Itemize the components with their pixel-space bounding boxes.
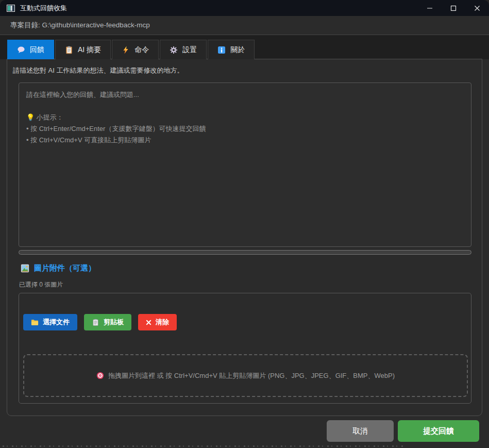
tab-about[interactable]: 關於 — [208, 40, 255, 59]
clear-label: 清除 — [156, 318, 169, 327]
clipboard-button[interactable]: 剪貼板 — [84, 314, 131, 330]
info-icon — [217, 46, 226, 54]
gear-icon — [170, 46, 178, 54]
image-attachment-groupbox: 選擇文件 剪貼板 清除 — [19, 293, 471, 404]
tab-label: 回饋 — [30, 45, 44, 55]
tabs: 回饋 AI 摘要 — [7, 40, 256, 59]
clear-button[interactable]: 清除 — [138, 314, 177, 330]
image-attachment-header: 圖片附件（可選） — [21, 263, 96, 273]
tab-settings[interactable]: 設置 — [160, 40, 207, 59]
tab-label: AI 摘要 — [78, 45, 101, 55]
app-icon — [7, 4, 15, 12]
tab-label: 命令 — [134, 45, 149, 55]
submit-feedback-button[interactable]: 提交回饋 — [398, 420, 479, 442]
feedback-pane: 請描述您對 AI 工作結果的想法、建議或需要修改的地方。 圖片附件（可選） 已選… — [7, 59, 482, 416]
clipboard-icon — [92, 319, 99, 326]
project-directory: 專案目錄: G:\github\interactive-feedback-mcp — [0, 16, 489, 35]
window-title: 互動式回饋收集 — [20, 4, 67, 13]
clipboard-label: 剪貼板 — [104, 318, 124, 327]
tab-ai-summary[interactable]: AI 摘要 — [55, 40, 111, 59]
lightning-icon — [122, 46, 130, 54]
close-icon — [474, 5, 480, 11]
image-buttons-row: 選擇文件 剪貼板 清除 — [23, 314, 177, 330]
titlebar: 互動式回饋收集 — [0, 0, 489, 16]
horizontal-scrollbar[interactable] — [19, 250, 471, 255]
dropzone-text: 拖拽圖片到這裡 或 按 Ctrl+V/Cmd+V 貼上剪貼簿圖片 (PNG、JP… — [108, 371, 395, 380]
close-button[interactable] — [465, 0, 489, 16]
chat-bubble-icon — [17, 46, 25, 54]
folder-icon — [31, 319, 39, 326]
tab-label: 設置 — [182, 45, 197, 55]
maximize-button[interactable] — [442, 0, 465, 16]
app-window: 互動式回饋收集 專案目錄: G:\github\interactive-feed… — [0, 0, 489, 448]
window-controls — [418, 0, 489, 16]
tab-command[interactable]: 命令 — [112, 40, 159, 59]
choose-file-button[interactable]: 選擇文件 — [23, 314, 77, 330]
tab-feedback[interactable]: 回饋 — [7, 40, 54, 59]
target-icon — [96, 372, 104, 379]
image-dropzone[interactable]: 拖拽圖片到這裡 或 按 Ctrl+V/Cmd+V 貼上剪貼簿圖片 (PNG、JP… — [23, 354, 468, 397]
x-icon — [146, 320, 151, 325]
tab-label: 關於 — [230, 45, 245, 55]
clipped-status-text — [3, 445, 404, 447]
maximize-icon — [450, 5, 457, 11]
clipboard-icon — [65, 46, 73, 54]
cancel-button[interactable]: 取消 — [327, 420, 394, 442]
image-attachment-title: 圖片附件（可選） — [34, 263, 96, 273]
tabbar: 回饋 AI 摘要 — [0, 35, 489, 59]
choose-file-label: 選擇文件 — [43, 318, 70, 327]
feedback-description: 請描述您對 AI 工作結果的想法、建議或需要修改的地方。 — [13, 66, 184, 75]
minimize-icon — [427, 5, 433, 11]
feedback-textarea[interactable] — [19, 82, 471, 247]
image-count-text: 已選擇 0 張圖片 — [19, 280, 63, 289]
minimize-button[interactable] — [418, 0, 442, 16]
picture-icon — [21, 264, 29, 273]
